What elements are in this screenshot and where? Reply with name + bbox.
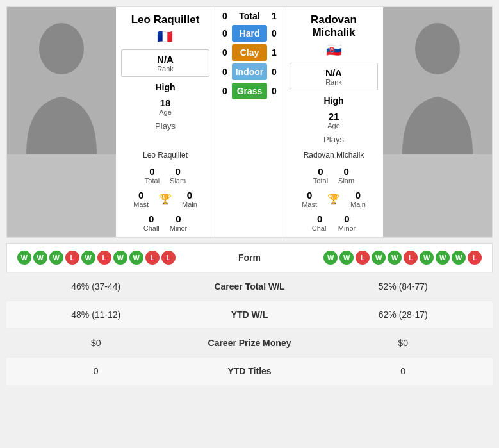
center-panel: 0 Total 1 0 Hard 0 0 Clay 1 0 Indoor 0 [215, 7, 284, 237]
left-plays-label: Plays [155, 119, 176, 133]
center-grass-left: 0 [218, 86, 232, 96]
right-player-info: Radovan Michalik 🇸🇰 N/A Rank High 21 Age… [284, 7, 383, 237]
center-hard-badge: Hard [232, 25, 267, 42]
center-indoor-right: 0 [267, 67, 281, 77]
right-minor-label: Minor [338, 224, 356, 232]
stats-right-3: 0 [314, 361, 493, 381]
right-chall-label: Chall [312, 224, 328, 232]
stats-row-1: 48% (11-12)YTD W/L62% (28-17) [6, 301, 493, 329]
right-trophy-icon: 🏆 [327, 193, 340, 205]
form-badge-w: W [81, 251, 95, 265]
right-player-photo [383, 7, 492, 237]
form-badge-w: W [113, 251, 127, 265]
right-total-label: Total [313, 177, 328, 185]
center-grass-badge: Grass [232, 83, 267, 99]
left-player-flag: 🇫🇷 [131, 29, 200, 44]
right-rank-value: N/A [294, 67, 374, 78]
stats-right-2: $0 [314, 333, 493, 353]
stats-center-2: Career Prize Money [186, 333, 314, 353]
right-chall-value: 0 [312, 213, 328, 224]
stats-left-1: 48% (11-12) [6, 304, 186, 325]
right-main-value: 0 [350, 190, 366, 201]
form-badge-w: W [17, 251, 31, 265]
form-badge-l: L [145, 251, 160, 265]
right-rank-label: Rank [294, 78, 374, 86]
left-player-info: Leo Raquillet 🇫🇷 N/A Rank High 18 Age Pl… [116, 7, 215, 237]
form-badge-w: W [436, 251, 450, 265]
form-badge-w: W [33, 251, 47, 265]
form-badge-w: W [339, 251, 354, 265]
right-slam-value: 0 [338, 166, 354, 177]
right-mast-label: Mast [302, 201, 317, 208]
center-clay-badge: Clay [232, 44, 267, 61]
form-badge-l: L [97, 251, 111, 265]
center-clay-left: 0 [218, 47, 232, 58]
left-player-name-header: Leo Raquillet [131, 13, 200, 26]
right-player-name-label: Radovan Michalik [301, 147, 367, 163]
left-rank-value: N/A [126, 54, 206, 65]
svg-point-3 [415, 23, 460, 74]
form-badge-w: W [452, 251, 466, 265]
left-total-value: 0 [145, 166, 160, 177]
right-plays-label: Plays [323, 132, 344, 147]
stats-table: WWWLWLWWLL Form WWLWWLWWWL [6, 243, 493, 272]
right-minor-value: 0 [338, 213, 356, 224]
left-mast-value: 0 [133, 190, 149, 201]
right-high-label: High [323, 93, 343, 108]
left-age-label: Age [159, 108, 172, 116]
stats-left-0: 46% (37-44) [6, 276, 186, 297]
left-player-name-label: Leo Raquillet [140, 147, 190, 163]
right-age-label: Age [327, 122, 340, 129]
form-badge-w: W [388, 251, 402, 265]
left-trophy-icon: 🏆 [159, 193, 172, 205]
left-age-value: 18 [159, 97, 172, 108]
stats-row-0: 46% (37-44)Career Total W/L52% (84-77) [6, 272, 493, 301]
left-total-label: Total [145, 177, 160, 185]
left-minor-value: 0 [170, 213, 188, 224]
right-age-value: 21 [327, 111, 340, 122]
form-badge-w: W [129, 251, 143, 265]
left-slam-value: 0 [170, 166, 186, 177]
right-player-flag: 🇸🇰 [290, 42, 378, 58]
stats-right-1: 62% (28-17) [314, 304, 493, 325]
center-total-left: 0 [218, 11, 232, 21]
right-form-badges: WWLWWLWWWL [314, 245, 493, 270]
stats-row-2: $0Career Prize Money$0 [6, 329, 493, 357]
left-rank-label: Rank [126, 65, 206, 72]
form-badge-w: W [420, 251, 434, 265]
right-main-label: Main [350, 201, 366, 208]
form-badge-w: W [49, 251, 63, 265]
stats-row-3: 0YTD Titles0 [6, 357, 493, 385]
form-badge-l: L [404, 251, 418, 265]
center-total-label: Total [232, 11, 267, 21]
center-hard-right: 0 [267, 28, 281, 38]
left-chall-value: 0 [143, 213, 160, 224]
left-slam-label: Slam [170, 177, 186, 185]
player-comparison: Leo Raquillet 🇫🇷 N/A Rank High 18 Age Pl… [6, 6, 493, 238]
right-player-name-header: Radovan Michalik [290, 13, 378, 40]
left-chall-label: Chall [143, 224, 160, 232]
center-clay-right: 1 [267, 47, 281, 58]
stats-left-2: $0 [6, 333, 186, 353]
left-form-badges: WWWLWLWWLL [7, 245, 186, 270]
stats-left-3: 0 [6, 361, 186, 381]
form-badge-l: L [468, 251, 482, 265]
stats-rows-container: 46% (37-44)Career Total W/L52% (84-77)48… [6, 272, 493, 385]
right-mast-value: 0 [302, 190, 317, 201]
left-mast-label: Mast [133, 201, 149, 208]
stats-center-3: YTD Titles [186, 361, 314, 381]
stats-center-0: Career Total W/L [186, 276, 314, 297]
right-slam-label: Slam [338, 177, 354, 185]
center-total-right: 1 [267, 11, 281, 21]
left-high-label: High [155, 79, 175, 95]
right-total-value: 0 [313, 166, 328, 177]
left-player-photo [7, 7, 116, 237]
form-badge-w: W [372, 251, 386, 265]
form-badge-l: L [356, 251, 370, 265]
left-minor-label: Minor [170, 224, 188, 232]
main-container: Leo Raquillet 🇫🇷 N/A Rank High 18 Age Pl… [0, 0, 499, 392]
center-indoor-left: 0 [218, 67, 232, 77]
center-hard-left: 0 [218, 28, 232, 38]
stats-right-0: 52% (84-77) [314, 276, 493, 297]
center-indoor-badge: Indoor [232, 63, 267, 80]
